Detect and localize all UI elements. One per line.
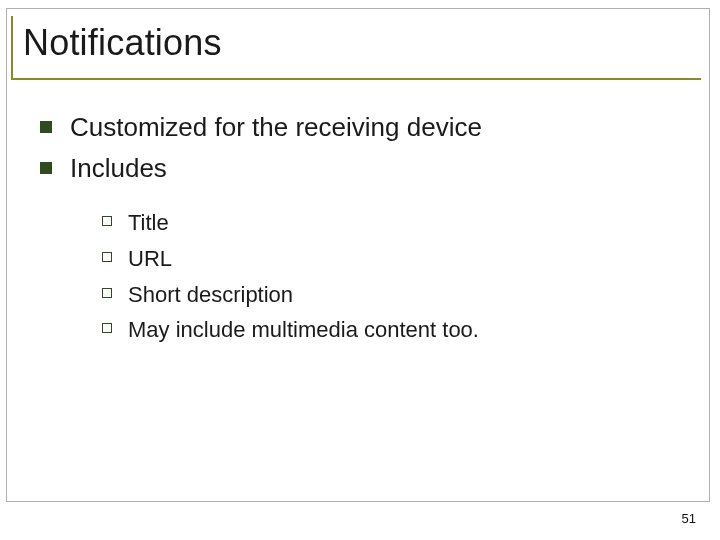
subbullet-text: May include multimedia content too.: [128, 315, 479, 345]
subbullet-text: URL: [128, 244, 172, 274]
title-container: Notifications: [11, 16, 701, 80]
square-bullet-icon: [40, 162, 52, 174]
subbullet-text: Short description: [128, 280, 293, 310]
list-item: Includes: [40, 151, 690, 186]
list-item: Title: [102, 208, 690, 238]
slide-content: Customized for the receiving device Incl…: [40, 110, 690, 351]
open-square-bullet-icon: [102, 216, 112, 226]
bullet-text: Customized for the receiving device: [70, 110, 482, 145]
subbullet-text: Title: [128, 208, 169, 238]
list-item: Short description: [102, 280, 690, 310]
list-item: URL: [102, 244, 690, 274]
open-square-bullet-icon: [102, 323, 112, 333]
square-bullet-icon: [40, 121, 52, 133]
sublist: Title URL Short description May include …: [102, 208, 690, 345]
open-square-bullet-icon: [102, 288, 112, 298]
list-item: May include multimedia content too.: [102, 315, 690, 345]
list-item: Customized for the receiving device: [40, 110, 690, 145]
page-number: 51: [682, 511, 696, 526]
open-square-bullet-icon: [102, 252, 112, 262]
slide-title: Notifications: [23, 22, 701, 64]
bullet-text: Includes: [70, 151, 167, 186]
